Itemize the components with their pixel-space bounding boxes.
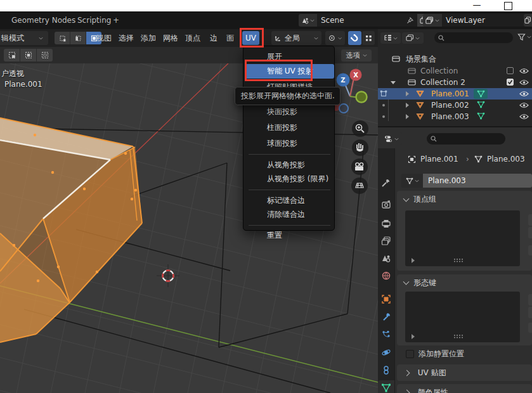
- tab-particles-icon[interactable]: [381, 330, 391, 340]
- uv-maps-panel-header[interactable]: UV 贴图: [397, 364, 532, 381]
- outliner-row-collection-2[interactable]: Collection 2: [378, 77, 532, 88]
- resize-grip-icon[interactable]: [453, 258, 464, 262]
- menu-item-cube-projection[interactable]: 块面投影: [243, 105, 334, 119]
- menu-vertex[interactable]: 顶点: [185, 29, 200, 47]
- tab-scene-icon[interactable]: [381, 253, 391, 263]
- tab-object-data-icon[interactable]: [381, 383, 391, 393]
- tab-physics-icon[interactable]: [381, 347, 391, 358]
- select-extend-button[interactable]: [20, 49, 36, 61]
- pan-button[interactable]: [352, 139, 368, 156]
- outliner-type-dropdown[interactable]: [380, 32, 401, 44]
- tab-constraints-icon[interactable]: [381, 365, 391, 375]
- eye-icon[interactable]: [519, 91, 529, 97]
- expand-triangle-icon[interactable]: [406, 91, 409, 96]
- eye-icon[interactable]: [519, 113, 529, 120]
- snap-toggle-button[interactable]: [348, 31, 361, 45]
- tab-object-icon[interactable]: [381, 294, 391, 304]
- options-dropdown[interactable]: 选项: [341, 49, 372, 61]
- outliner-row-plane-001[interactable]: Plane.001: [378, 88, 532, 100]
- vertex-select-button[interactable]: [55, 32, 70, 44]
- outliner-search-input[interactable]: [434, 32, 513, 43]
- minimize-button[interactable]: —: [470, 0, 483, 11]
- menu-item-sphere-projection[interactable]: 球面投影: [243, 136, 334, 150]
- viewlayer-name-field[interactable]: ViewLayer: [442, 14, 526, 27]
- vertex-group-add-button[interactable]: [528, 214, 532, 226]
- section-collapse-icon[interactable]: [403, 279, 410, 285]
- vertex-group-specials-button[interactable]: [528, 245, 532, 255]
- shape-keys-header[interactable]: 形态键: [413, 274, 436, 291]
- select-subtract-button[interactable]: [37, 49, 53, 61]
- eye-icon[interactable]: [519, 68, 529, 74]
- properties-search-input[interactable]: [427, 133, 505, 145]
- viewlayer-add-button[interactable]: [524, 14, 532, 27]
- scene-browse-button[interactable]: [299, 14, 317, 27]
- gizmo-axis-y[interactable]: [356, 92, 367, 103]
- expand-triangle-icon[interactable]: [406, 103, 409, 108]
- vertex-groups-list[interactable]: [405, 210, 520, 266]
- menu-view[interactable]: 视图: [96, 29, 112, 47]
- tab-output-icon[interactable]: [381, 219, 391, 229]
- outliner-row-collection[interactable]: Collection: [378, 65, 532, 77]
- mode-dropdown[interactable]: 辑模式: [0, 31, 48, 45]
- menu-item-cylinder-projection[interactable]: 柱面投影: [243, 120, 334, 134]
- outliner-filter-button[interactable]: [517, 33, 531, 41]
- menu-face[interactable]: 面: [226, 29, 234, 47]
- gizmo-axis-neg-z[interactable]: [339, 104, 348, 113]
- transform-orientation-dropdown[interactable]: 全局: [271, 31, 321, 45]
- vertex-group-remove-button[interactable]: [528, 227, 532, 238]
- tab-modifiers-icon[interactable]: [381, 312, 391, 322]
- proportional-editing-button[interactable]: [362, 31, 375, 45]
- menu-mesh[interactable]: 网格: [163, 29, 178, 47]
- add-workspace-button[interactable]: +: [113, 11, 119, 29]
- mesh-name-field[interactable]: Plane.003: [401, 174, 532, 188]
- shape-key-add-button[interactable]: [528, 294, 532, 306]
- menu-item-project-from-view-bounds[interactable]: 从视角投影 (限界): [243, 172, 334, 186]
- scene-name-field[interactable]: Scene: [317, 14, 417, 27]
- tab-render-icon[interactable]: [381, 200, 391, 210]
- menu-select[interactable]: 选择: [119, 29, 134, 47]
- mesh-id-browse-button[interactable]: [401, 174, 423, 188]
- breadcrumb-data[interactable]: Plane.003: [487, 151, 525, 167]
- menu-item-project-from-view[interactable]: 从视角投影: [243, 158, 334, 172]
- maximize-icon[interactable]: [504, 2, 512, 10]
- mesh-name-value[interactable]: Plane.003: [423, 174, 532, 188]
- tab-geometry-nodes[interactable]: Geometry Nodes: [11, 11, 75, 29]
- pin-icon[interactable]: [406, 17, 413, 24]
- vertex-groups-header[interactable]: 顶点组: [413, 191, 436, 207]
- list-expand-icon[interactable]: [412, 334, 415, 339]
- camera-view-button[interactable]: [351, 158, 368, 175]
- edge-select-button[interactable]: [70, 32, 86, 44]
- menu-item-clear-seam[interactable]: 清除缝合边: [243, 207, 334, 221]
- menu-add[interactable]: 添加: [141, 29, 156, 47]
- tab-scripting[interactable]: Scripting: [77, 11, 111, 29]
- pivot-point-dropdown[interactable]: [325, 31, 345, 45]
- tab-tool-icon[interactable]: [381, 177, 391, 188]
- collection-checkbox[interactable]: [507, 79, 514, 86]
- menu-edge[interactable]: 边: [210, 29, 217, 47]
- outliner-row-plane-002[interactable]: Plane.002: [378, 100, 532, 111]
- shape-keys-list[interactable]: [405, 292, 520, 342]
- section-collapse-icon[interactable]: [403, 196, 410, 202]
- zoom-button[interactable]: [352, 120, 368, 137]
- shape-key-specials-button[interactable]: [528, 323, 532, 333]
- rest-position-checkbox[interactable]: [406, 350, 414, 358]
- orthographic-button[interactable]: [351, 177, 368, 194]
- shape-key-remove-button[interactable]: [528, 307, 532, 318]
- eye-icon[interactable]: [519, 102, 529, 108]
- collection-checkbox[interactable]: [507, 67, 514, 74]
- breadcrumb-object[interactable]: Plane.001: [420, 151, 458, 167]
- tab-world-icon[interactable]: [381, 271, 391, 281]
- select-set-button[interactable]: [4, 49, 20, 61]
- menu-item-mark-seam[interactable]: 标记缝合边: [243, 193, 334, 207]
- disclosure-triangle-icon[interactable]: [391, 81, 396, 84]
- menu-item-reset[interactable]: 重置: [243, 228, 334, 242]
- tab-view-layer-icon[interactable]: [381, 236, 391, 246]
- outliner-display-mode-dropdown[interactable]: [402, 32, 424, 44]
- viewlayer-browse-button[interactable]: [423, 14, 442, 27]
- eye-icon[interactable]: [519, 79, 529, 86]
- expand-triangle-icon[interactable]: [406, 114, 409, 119]
- resize-grip-icon[interactable]: [453, 334, 464, 338]
- list-expand-icon[interactable]: [412, 258, 415, 263]
- outliner-row-scene-collection[interactable]: 场景集合: [378, 53, 532, 65]
- properties-type-dropdown[interactable]: [380, 132, 402, 145]
